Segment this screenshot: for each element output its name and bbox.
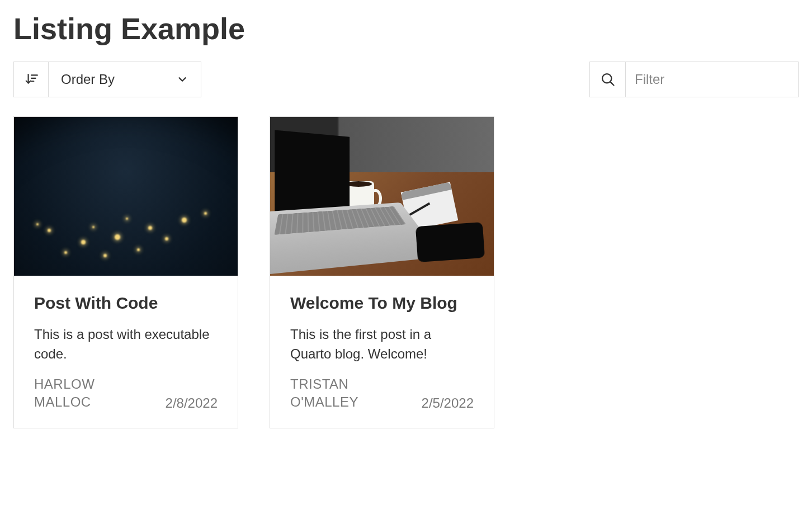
card-date: 2/8/2022 bbox=[166, 395, 218, 411]
search-icon-box bbox=[589, 62, 625, 97]
sort-direction-button[interactable] bbox=[13, 62, 48, 97]
card-author: HARLOW MALLOC bbox=[34, 375, 154, 412]
listing-card[interactable]: Welcome To My Blog This is the first pos… bbox=[270, 116, 494, 428]
listing-grid: Post With Code This is a post with execu… bbox=[13, 116, 799, 428]
card-thumbnail bbox=[270, 117, 494, 276]
chevron-down-icon bbox=[176, 73, 188, 86]
listing-card[interactable]: Post With Code This is a post with execu… bbox=[13, 116, 238, 428]
search-icon bbox=[600, 72, 616, 87]
order-by-label: Order By bbox=[61, 72, 115, 87]
sort-direction-icon bbox=[24, 72, 39, 87]
card-author: TRISTAN O'MALLEY bbox=[290, 375, 410, 412]
card-title: Welcome To My Blog bbox=[290, 294, 474, 313]
sort-controls: Order By bbox=[13, 62, 201, 97]
card-date: 2/5/2022 bbox=[422, 395, 474, 411]
card-description: This is the first post in a Quarto blog.… bbox=[290, 325, 474, 364]
order-by-dropdown[interactable]: Order By bbox=[48, 62, 201, 97]
card-description: This is a post with executable code. bbox=[34, 325, 218, 364]
svg-line-4 bbox=[610, 82, 613, 85]
filter-controls bbox=[589, 62, 799, 97]
card-title: Post With Code bbox=[34, 294, 218, 313]
listing-controls: Order By bbox=[13, 62, 799, 97]
page-title: Listing Example bbox=[13, 11, 799, 46]
card-thumbnail bbox=[14, 117, 238, 276]
filter-input[interactable] bbox=[625, 62, 799, 97]
